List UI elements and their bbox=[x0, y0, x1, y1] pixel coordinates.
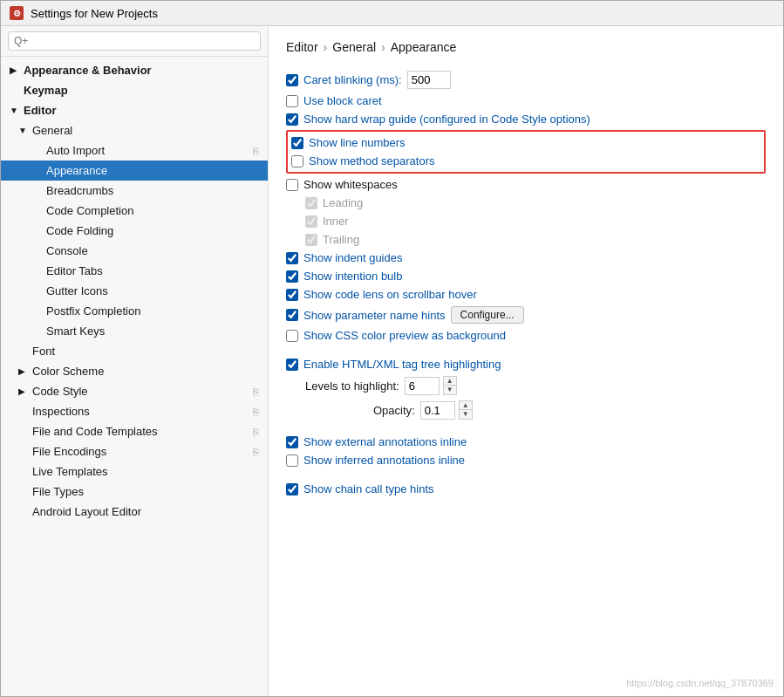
sidebar-label-android-layout-editor: Android Layout Editor bbox=[32, 505, 141, 518]
caret-blinking-input[interactable] bbox=[407, 71, 451, 89]
opacity-label: Opacity: bbox=[373, 404, 415, 417]
settings-tree: ▶Appearance & BehaviorKeymap▼Editor▼Gene… bbox=[1, 57, 268, 696]
levels-up-arrow[interactable]: ▲ bbox=[444, 377, 456, 386]
trailing-label: Trailing bbox=[323, 233, 359, 246]
sidebar-item-color-scheme[interactable]: ▶Color Scheme bbox=[1, 361, 268, 381]
search-input[interactable] bbox=[8, 31, 261, 51]
use-block-caret-checkbox[interactable] bbox=[286, 95, 298, 107]
arrow-icon-general: ▼ bbox=[18, 126, 29, 135]
sidebar-label-general: General bbox=[32, 124, 72, 137]
sidebar-item-code-style[interactable]: ▶Code Style⎘ bbox=[1, 381, 268, 401]
sidebar-item-android-layout-editor[interactable]: Android Layout Editor bbox=[1, 502, 268, 522]
sidebar-item-general[interactable]: ▼General bbox=[1, 120, 268, 140]
sidebar-label-code-folding: Code Folding bbox=[46, 224, 113, 237]
trailing-checkbox[interactable] bbox=[305, 234, 317, 246]
show-code-lens-checkbox[interactable] bbox=[286, 289, 298, 301]
leading-checkbox[interactable] bbox=[305, 197, 317, 209]
show-method-separators-checkbox[interactable] bbox=[291, 155, 303, 167]
show-intention-bulb-label: Show intention bulb bbox=[303, 270, 402, 283]
show-whitespaces-checkbox[interactable] bbox=[286, 179, 298, 191]
watermark: https://blog.csdn.net/qq_37870369 bbox=[626, 678, 774, 688]
copy-icon-inspections: ⎘ bbox=[253, 407, 259, 417]
window-title: Settings for New Projects bbox=[31, 7, 158, 20]
title-bar: ⚙ Settings for New Projects bbox=[1, 1, 783, 26]
levels-input[interactable] bbox=[405, 377, 440, 395]
show-indent-guides-label: Show indent guides bbox=[303, 251, 402, 264]
show-line-numbers-checkbox[interactable] bbox=[291, 137, 303, 149]
sidebar-label-editor-tabs: Editor Tabs bbox=[46, 264, 103, 277]
breadcrumb: Editor › General › Appearance bbox=[286, 40, 766, 54]
option-use-block-caret: Use block caret bbox=[286, 92, 766, 110]
sidebar-item-console[interactable]: Console bbox=[1, 241, 268, 261]
highlight-box: Show line numbers Show method separators bbox=[286, 130, 766, 174]
sidebar-label-file-encodings: File Encodings bbox=[32, 445, 106, 458]
show-code-lens-label: Show code lens on scrollbar hover bbox=[303, 288, 477, 301]
option-show-code-lens: Show code lens on scrollbar hover bbox=[286, 285, 766, 304]
opacity-up-arrow[interactable]: ▲ bbox=[460, 401, 472, 410]
show-external-annotations-label: Show external annotations inline bbox=[303, 435, 467, 448]
sidebar-label-gutter-icons: Gutter Icons bbox=[46, 284, 108, 297]
sidebar-item-smart-keys[interactable]: Smart Keys bbox=[1, 321, 268, 341]
option-trailing: Trailing bbox=[286, 230, 766, 249]
sidebar-item-keymap[interactable]: Keymap bbox=[1, 80, 268, 100]
caret-blinking-checkbox[interactable] bbox=[286, 74, 298, 86]
option-show-inferred-annotations: Show inferred annotations inline bbox=[286, 451, 766, 469]
sidebar-item-gutter-icons[interactable]: Gutter Icons bbox=[1, 281, 268, 301]
show-intention-bulb-checkbox[interactable] bbox=[286, 270, 298, 283]
sidebar-item-file-encodings[interactable]: File Encodings⎘ bbox=[1, 441, 268, 461]
sidebar-item-auto-import[interactable]: Auto Import⎘ bbox=[1, 140, 268, 161]
show-hard-wrap-checkbox[interactable] bbox=[286, 113, 298, 126]
sidebar-item-appearance-behavior[interactable]: ▶Appearance & Behavior bbox=[1, 60, 268, 80]
caret-blinking-label: Caret blinking (ms): bbox=[303, 73, 402, 86]
option-show-external-annotations: Show external annotations inline bbox=[286, 433, 766, 451]
sidebar-item-file-code-templates[interactable]: File and Code Templates⎘ bbox=[1, 421, 268, 441]
enable-html-checkbox[interactable] bbox=[286, 359, 298, 371]
show-inferred-annotations-checkbox[interactable] bbox=[286, 454, 298, 467]
option-show-whitespaces: Show whitespaces bbox=[286, 175, 766, 194]
opacity-arrows: ▲ ▼ bbox=[459, 400, 473, 420]
opacity-down-arrow[interactable]: ▼ bbox=[460, 410, 472, 419]
breadcrumb-appearance: Appearance bbox=[391, 40, 457, 54]
show-parameter-hints-checkbox[interactable] bbox=[286, 309, 298, 321]
sidebar-item-font[interactable]: Font bbox=[1, 341, 268, 361]
arrow-icon-editor: ▼ bbox=[10, 106, 20, 115]
show-indent-guides-checkbox[interactable] bbox=[286, 252, 298, 264]
levels-spinner: ▲ ▼ bbox=[405, 376, 457, 395]
search-box bbox=[1, 26, 268, 57]
option-show-intention-bulb: Show intention bulb bbox=[286, 267, 766, 285]
option-show-indent-guides: Show indent guides bbox=[286, 249, 766, 267]
sidebar-item-postfix-completion[interactable]: Postfix Completion bbox=[1, 301, 268, 321]
sidebar-label-appearance: Appearance bbox=[46, 164, 107, 177]
sidebar-item-editor[interactable]: ▼Editor bbox=[1, 100, 268, 120]
sidebar-item-code-folding[interactable]: Code Folding bbox=[1, 221, 268, 241]
sidebar-item-breadcrumbs[interactable]: Breadcrumbs bbox=[1, 181, 268, 201]
sidebar-item-code-completion[interactable]: Code Completion bbox=[1, 201, 268, 221]
sidebar-label-file-code-templates: File and Code Templates bbox=[32, 425, 158, 438]
sidebar: ▶Appearance & BehaviorKeymap▼Editor▼Gene… bbox=[1, 26, 269, 696]
sidebar-label-editor: Editor bbox=[24, 104, 57, 117]
sidebar-label-keymap: Keymap bbox=[24, 84, 68, 97]
show-chain-call-label: Show chain call type hints bbox=[303, 482, 434, 495]
option-levels: Levels to highlight: ▲ ▼ bbox=[286, 373, 766, 398]
sidebar-item-editor-tabs[interactable]: Editor Tabs bbox=[1, 261, 268, 281]
levels-label: Levels to highlight: bbox=[305, 379, 399, 393]
sidebar-label-smart-keys: Smart Keys bbox=[46, 325, 105, 338]
breadcrumb-sep1: › bbox=[324, 40, 328, 54]
breadcrumb-general: General bbox=[332, 40, 376, 54]
option-show-line-numbers: Show line numbers bbox=[291, 133, 760, 152]
sidebar-item-file-types[interactable]: File Types bbox=[1, 482, 268, 502]
show-chain-call-checkbox[interactable] bbox=[286, 483, 298, 495]
levels-down-arrow[interactable]: ▼ bbox=[444, 386, 456, 394]
show-external-annotations-checkbox[interactable] bbox=[286, 436, 298, 448]
sidebar-item-appearance[interactable]: Appearance bbox=[1, 161, 268, 181]
show-css-color-checkbox[interactable] bbox=[286, 330, 298, 342]
option-enable-html: Enable HTML/XML tag tree highlighting bbox=[286, 355, 766, 373]
configure-button[interactable]: Configure... bbox=[451, 306, 524, 324]
opacity-input[interactable] bbox=[420, 401, 455, 420]
sidebar-label-code-completion: Code Completion bbox=[46, 204, 133, 217]
sidebar-item-live-templates[interactable]: Live Templates bbox=[1, 461, 268, 482]
section-gap-3 bbox=[286, 469, 766, 480]
show-method-separators-label: Show method separators bbox=[309, 154, 435, 167]
sidebar-item-inspections[interactable]: Inspections⎘ bbox=[1, 401, 268, 421]
inner-checkbox[interactable] bbox=[305, 215, 317, 228]
